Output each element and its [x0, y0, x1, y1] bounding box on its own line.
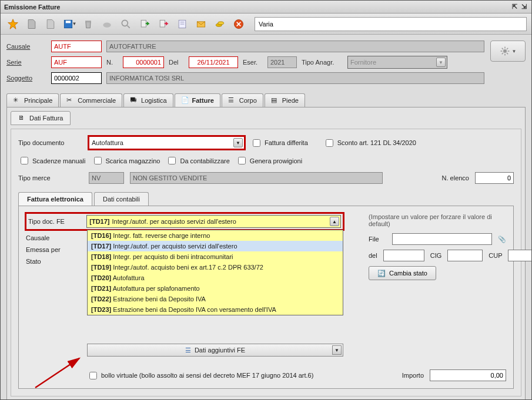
coins-icon[interactable]	[212, 16, 227, 32]
tipo-documento-value: Autofattura	[92, 139, 123, 146]
subtab-dati-fattura[interactable]: 🗎 Dati Fattura	[11, 111, 71, 125]
svg-marker-0	[8, 19, 18, 29]
tipo-documento-combo[interactable]: Autofattura ▼	[89, 136, 245, 149]
note-small-icon: 🗎	[18, 114, 26, 122]
dati-aggiuntivi-fe-button[interactable]: ☰ Dati aggiuntivi FE ▼	[87, 344, 343, 357]
bollo-virtuale-checkbox[interactable]: bollo virtuale (bollo assolto ai sensi d…	[87, 370, 313, 381]
tab-fattura-elettronica[interactable]: Fattura elettronica	[18, 192, 92, 206]
genera-prowigioni-checkbox[interactable]: Genera prowigioni	[236, 155, 302, 166]
new-star-icon[interactable]	[5, 16, 21, 32]
list-icon: ☰	[185, 347, 191, 354]
tipo-doc-fe-combo[interactable]: [TD17] Integr./autof. per acquisto servi…	[86, 215, 341, 228]
note-icon[interactable]	[175, 16, 190, 32]
dati-fattura-inner: Tipo documento Autofattura ▼ Fattura dif…	[11, 129, 521, 396]
option-td22[interactable]: [TD22] Estrazione beni da Deposito IVA	[88, 294, 343, 304]
list-icon: ☰	[228, 96, 236, 105]
del2-input[interactable]	[383, 250, 424, 261]
importo-input[interactable]	[430, 369, 506, 381]
file2-icon[interactable]	[43, 16, 58, 32]
cig-input[interactable]	[447, 250, 483, 261]
window-controls: ⇱ ⇲	[510, 3, 528, 11]
restore-icon[interactable]: ⇱	[510, 3, 518, 11]
toolbar-search-input[interactable]	[255, 17, 527, 31]
causale-desc	[106, 41, 484, 52]
svg-rect-7	[141, 20, 146, 27]
tipo-merce-code	[89, 172, 124, 184]
cloud-icon[interactable]	[99, 16, 115, 32]
data-del-input[interactable]	[189, 56, 238, 68]
svg-line-24	[507, 53, 508, 54]
tab-commerciale[interactable]: ✂Commerciale	[60, 93, 122, 107]
gear-icon	[500, 46, 510, 56]
sconto-121-checkbox[interactable]: Sconto art. 121 DL 34/2020	[323, 137, 416, 149]
tab-dati-contabili[interactable]: Dati contabili	[94, 192, 149, 206]
search-icon[interactable]	[118, 16, 133, 32]
option-td16[interactable]: [TD16] Integr. fatt. reverse charge inte…	[88, 230, 343, 241]
fe-causale-label: Causale	[26, 234, 79, 241]
numero-input[interactable]	[123, 56, 164, 68]
tab-logistica[interactable]: ⛟Logistica	[123, 93, 173, 107]
chevron-down-icon: ▼	[233, 138, 243, 147]
tipo-doc-fe-label: Tipo doc. FE	[28, 218, 81, 225]
cig-label: CIG	[430, 252, 442, 259]
tipo-doc-fe-text: Integr./autof. per acquisto servizi dall…	[112, 218, 236, 225]
tipo-doc-fe-dropdown[interactable]: [TD16] Integr. fatt. reverse charge inte…	[87, 230, 343, 315]
close-icon[interactable]	[231, 16, 246, 32]
tab-fatture[interactable]: 📄Fatture	[175, 93, 220, 107]
tab-principale[interactable]: ✳Principale	[6, 93, 59, 107]
tipo-doc-fe-code: [TD17]	[89, 218, 109, 225]
soggetto-label: Soggetto	[6, 75, 46, 82]
mail-icon[interactable]	[193, 16, 209, 32]
option-td17[interactable]: [TD17] Integr./autof. per acquisto servi…	[88, 241, 343, 251]
trash-icon[interactable]	[81, 16, 96, 32]
fe-tabstrip: Fattura elettronica Dati contabili	[18, 192, 514, 206]
tipo-anagr-label: Tipo Anagr.	[302, 59, 343, 66]
svg-line-26	[507, 48, 508, 49]
chevron-up-icon: ▲	[330, 217, 339, 226]
option-td19[interactable]: [TD19] Integr./autof. acquisto beni ex a…	[88, 262, 343, 273]
importo-label: Importo	[402, 372, 424, 379]
form-body: Causale Serie N. Del Eser. Tipo Anagr. F…	[1, 35, 531, 399]
fe-stato-label: Stato	[26, 258, 79, 265]
option-td23[interactable]: [TD23] Estrazione beni da Deposito IVA c…	[88, 304, 343, 315]
del2-label: del	[369, 252, 377, 259]
attachment-icon[interactable]: 📎	[498, 236, 506, 243]
option-td18[interactable]: [TD18] Integr. per acquisto di beni intr…	[88, 251, 343, 262]
cup-input[interactable]	[508, 250, 531, 261]
export-icon[interactable]	[156, 16, 171, 32]
scarica-magazzino-checkbox[interactable]: Scarica magazzino	[92, 155, 160, 166]
tab-piede[interactable]: ▤Piede	[265, 93, 305, 107]
n-elenco-input[interactable]	[475, 172, 514, 184]
fattura-differita-checkbox[interactable]: Fattura differita	[250, 137, 308, 149]
fe-panel: Tipo doc. FE [TD17] Integr./autof. per a…	[18, 206, 514, 389]
file-icon[interactable]	[24, 16, 39, 32]
settings-button[interactable]: ▼	[490, 41, 526, 62]
cambia-stato-button[interactable]: 🔄 Cambia stato	[369, 266, 436, 280]
option-td20[interactable]: [TD20] Autofattura	[88, 273, 343, 283]
serie-input[interactable]	[51, 56, 102, 68]
scadenze-manuali-checkbox[interactable]: Scadenze manuali	[18, 155, 86, 166]
option-td21[interactable]: [TD21] Autofattura per splafonamento	[88, 283, 343, 294]
svg-rect-2	[65, 21, 70, 23]
tipo-documento-label: Tipo documento	[18, 139, 83, 146]
fe-hint: (Impostare un valore per forzare il valo…	[369, 213, 506, 227]
causale-code-input[interactable]	[51, 41, 102, 52]
fe-right-panel: (Impostare un valore per forzare il valo…	[369, 213, 506, 285]
import-icon[interactable]	[137, 16, 152, 32]
file-input[interactable]	[392, 233, 492, 245]
svg-line-23	[501, 48, 503, 49]
main-toolbar: ▼	[1, 14, 531, 35]
soggetto-code-input[interactable]	[51, 72, 102, 84]
truck-icon: ⛟	[130, 96, 138, 105]
window-title: Emissione Fatture	[4, 4, 60, 11]
sun-icon: ✳	[13, 96, 21, 105]
svg-rect-8	[160, 20, 165, 27]
n-elenco-label: N. elenco	[442, 174, 469, 181]
svg-point-5	[122, 20, 128, 26]
save-icon[interactable]: ▼	[62, 16, 77, 32]
maximize-icon[interactable]: ⇲	[520, 3, 528, 11]
svg-point-18	[503, 49, 507, 53]
tipo-anagr-combo[interactable]: Fornitore ▼	[347, 56, 447, 69]
da-contabilizzare-checkbox[interactable]: Da contabilizzare	[166, 155, 229, 166]
tab-corpo[interactable]: ☰Corpo	[222, 93, 263, 107]
